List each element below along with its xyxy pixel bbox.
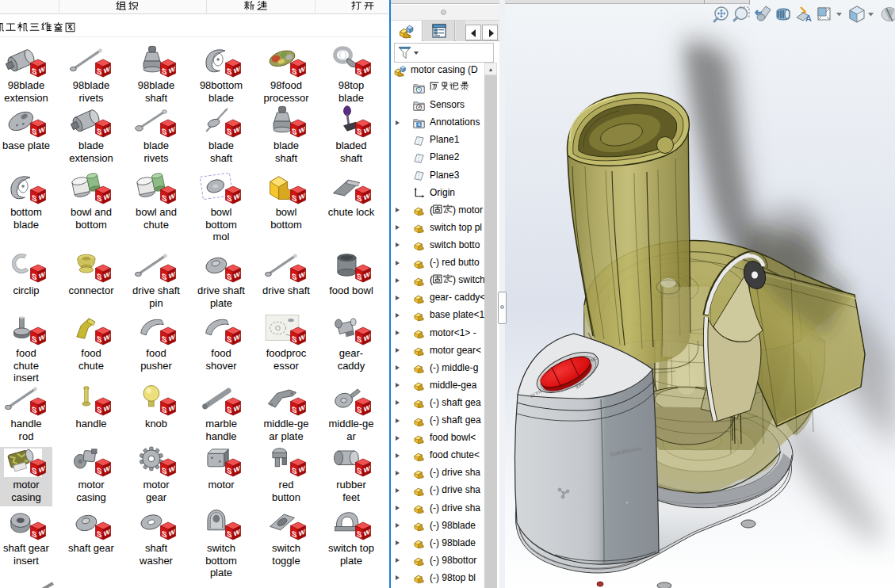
- svg-text:A: A: [805, 13, 812, 23]
